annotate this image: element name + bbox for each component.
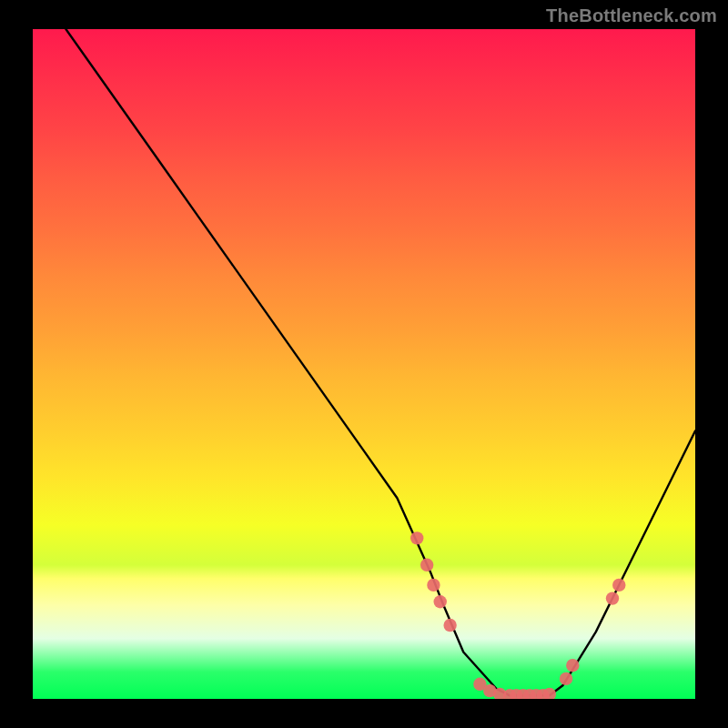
watermark-text: TheBottleneck.com — [546, 5, 717, 26]
datapoint-marker — [612, 579, 625, 592]
datapoint-markers — [410, 531, 625, 699]
datapoint-marker — [443, 619, 456, 632]
datapoint-marker — [606, 592, 619, 604]
datapoint-marker — [420, 559, 433, 571]
datapoint-marker — [560, 672, 572, 685]
datapoint-marker — [410, 531, 423, 544]
datapoint-marker — [566, 659, 579, 672]
plot-area — [33, 29, 695, 699]
bottleneck-curve — [66, 29, 695, 695]
plot-svg — [33, 29, 695, 699]
chart-canvas: TheBottleneck.com — [0, 0, 728, 728]
datapoint-marker — [434, 595, 447, 608]
datapoint-marker — [427, 579, 440, 592]
